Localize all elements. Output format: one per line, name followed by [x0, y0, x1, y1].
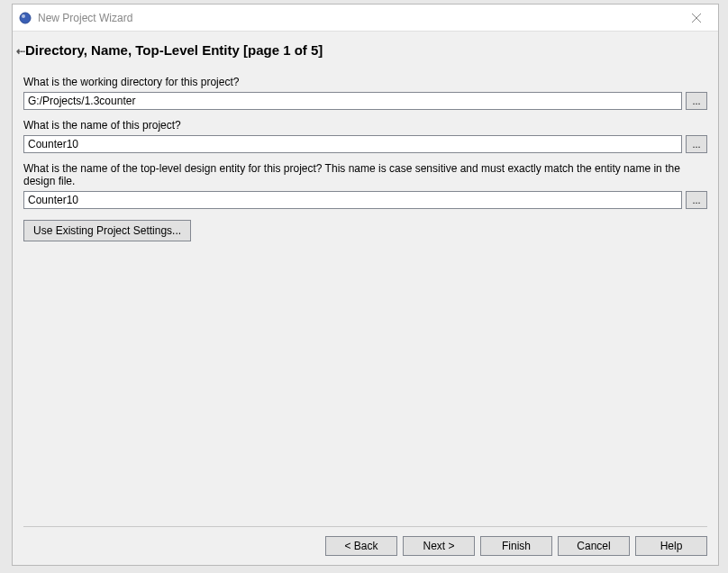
back-button[interactable]: < Back	[325, 536, 397, 556]
content-area: ⇠ Directory, Name, Top-Level Entity [pag…	[13, 32, 718, 565]
page-title-text: Directory, Name, Top-Level Entity [page …	[25, 42, 323, 58]
close-button[interactable]	[680, 5, 713, 31]
app-icon	[18, 11, 32, 25]
entity-name-label: What is the name of the top-level design…	[23, 162, 707, 187]
project-name-row: ...	[23, 135, 707, 153]
next-button[interactable]: Next >	[403, 536, 475, 556]
directory-input[interactable]	[23, 92, 682, 110]
entity-name-browse-button[interactable]: ...	[686, 191, 707, 209]
project-name-input[interactable]	[23, 135, 682, 153]
window-title: New Project Wizard	[38, 12, 680, 24]
svg-point-1	[22, 14, 25, 18]
form-area: What is the working directory for this p…	[23, 70, 707, 526]
svg-point-0	[20, 13, 31, 23]
project-name-browse-button[interactable]: ...	[686, 135, 707, 153]
finish-button[interactable]: Finish	[480, 536, 552, 556]
directory-browse-button[interactable]: ...	[686, 92, 707, 110]
wizard-window: New Project Wizard ⇠ Directory, Name, To…	[12, 4, 719, 566]
project-name-label: What is the name of this project?	[23, 119, 707, 132]
cancel-button[interactable]: Cancel	[558, 536, 630, 556]
page-title: ⇠ Directory, Name, Top-Level Entity [pag…	[25, 42, 707, 58]
help-button[interactable]: Help	[635, 536, 707, 556]
titlebar: New Project Wizard	[13, 5, 718, 32]
entity-name-input[interactable]	[23, 191, 682, 209]
directory-row: ...	[23, 92, 707, 110]
footer: < Back Next > Finish Cancel Help	[23, 526, 707, 559]
directory-label: What is the working directory for this p…	[23, 76, 707, 88]
use-existing-settings-button[interactable]: Use Existing Project Settings...	[23, 220, 191, 241]
entity-name-row: ...	[23, 191, 707, 209]
back-arrow-icon: ⇠	[16, 45, 25, 58]
